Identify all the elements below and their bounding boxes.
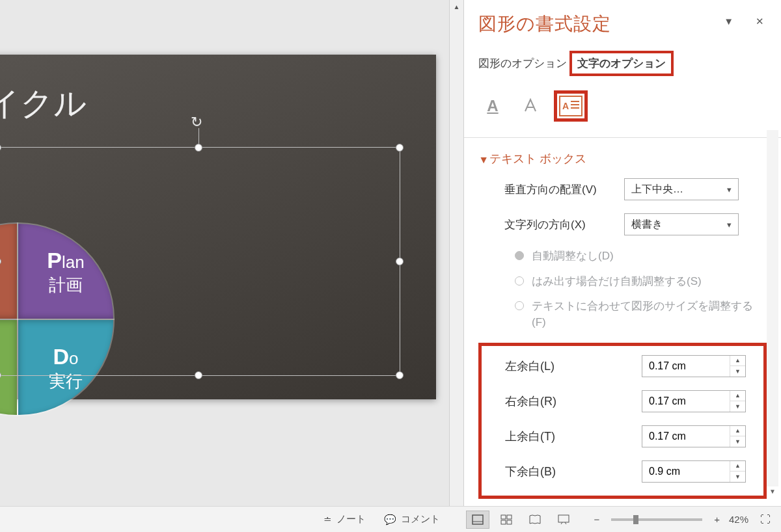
format-shape-pane: 図形の書式設定 ▼ ✕ 図形のオプション 文字のオプション A A ▶テキスト …: [463, 0, 781, 506]
valign-label: 垂直方向の配置(V): [504, 182, 624, 197]
comments-button[interactable]: 💬コメント: [377, 513, 446, 525]
svg-rect-4: [501, 520, 506, 524]
view-sorter-icon[interactable]: [495, 511, 518, 529]
zoom-in-icon[interactable]: +: [714, 514, 720, 525]
view-normal-icon[interactable]: [466, 511, 489, 529]
radio-no-autofit[interactable]: 自動調整なし(D): [515, 248, 767, 265]
scroll-up-icon[interactable]: ▲: [450, 0, 463, 13]
svg-rect-6: [558, 515, 569, 522]
margin-top-label: 上余白(T): [505, 429, 642, 444]
handle-top-right[interactable]: [396, 144, 404, 152]
status-bar: ≐ノート 💬コメント − + 42% ⛶: [0, 506, 781, 532]
zoom-out-icon[interactable]: −: [594, 514, 599, 525]
handle-mid-right[interactable]: [396, 258, 404, 265]
handle-mid-left[interactable]: [0, 258, 1, 265]
section-textbox[interactable]: ▶テキスト ボックス: [481, 151, 767, 166]
valign-dropdown[interactable]: 上下中央…: [624, 178, 739, 200]
margin-top-input[interactable]: 0.17 cm▲▼: [642, 425, 746, 447]
slide-canvas[interactable]: イクル Act改善 Plan計画 Check評価 Do実行 ↻ ▲: [0, 0, 463, 506]
zoom-knob[interactable]: [633, 515, 638, 524]
slide-title: イクル: [0, 82, 87, 126]
handle-bot-right[interactable]: [396, 371, 404, 379]
spin-down-icon[interactable]: ▼: [730, 366, 745, 377]
comment-icon: 💬: [384, 514, 396, 525]
pane-scrollbar[interactable]: ▼: [767, 130, 778, 499]
text-box-options-icon[interactable]: A: [554, 90, 588, 122]
canvas-scrollbar[interactable]: ▲: [449, 0, 463, 506]
view-reading-icon[interactable]: [523, 511, 547, 529]
selection-box[interactable]: ↻: [0, 147, 400, 376]
svg-rect-2: [501, 515, 506, 519]
handle-top-mid[interactable]: [195, 144, 202, 152]
margin-bottom-label: 下余白(B): [505, 464, 642, 479]
tab-text-options[interactable]: 文字のオプション: [569, 51, 674, 76]
textdir-dropdown[interactable]: 横書き: [624, 213, 739, 235]
margin-left-input[interactable]: 0.17 cm▲▼: [642, 355, 746, 377]
svg-rect-0: [473, 515, 483, 524]
margin-right-input[interactable]: 0.17 cm▲▼: [642, 390, 746, 412]
margin-right-label: 右余白(R): [505, 393, 642, 409]
margin-left-label: 左余白(L): [505, 358, 642, 374]
notes-button[interactable]: ≐ノート: [317, 513, 372, 525]
radio-shrink-overflow[interactable]: はみ出す場合だけ自動調整する(S): [515, 274, 767, 290]
pane-menu-icon[interactable]: ▼: [724, 16, 733, 27]
tab-shape-options[interactable]: 図形のオプション: [478, 54, 567, 73]
zoom-slider[interactable]: [611, 518, 702, 521]
text-fill-icon[interactable]: A: [478, 92, 507, 120]
spin-up-icon[interactable]: ▲: [730, 356, 745, 367]
view-slideshow-icon[interactable]: [552, 511, 575, 529]
close-icon[interactable]: ✕: [756, 16, 764, 27]
textdir-label: 文字列の方向(X): [504, 217, 624, 232]
zoom-percent[interactable]: 42%: [729, 514, 748, 525]
notes-icon: ≐: [323, 514, 332, 525]
margin-bottom-input[interactable]: 0.9 cm▲▼: [642, 460, 746, 483]
radio-resize-shape[interactable]: テキストに合わせて図形のサイズを調整する(F): [515, 299, 767, 330]
svg-rect-3: [507, 515, 512, 519]
fit-to-window-icon[interactable]: ⛶: [760, 514, 771, 525]
rotate-handle-icon[interactable]: ↻: [191, 114, 206, 129]
text-effects-icon[interactable]: [516, 92, 545, 120]
svg-rect-5: [507, 520, 512, 524]
margin-group-highlight: 左余白(L) 0.17 cm▲▼ 右余白(R) 0.17 cm▲▼ 上余白(T)…: [478, 343, 767, 499]
autofit-radio-group: 自動調整なし(D) はみ出す場合だけ自動調整する(S) テキストに合わせて図形の…: [515, 248, 767, 331]
handle-bot-mid[interactable]: [195, 371, 202, 379]
